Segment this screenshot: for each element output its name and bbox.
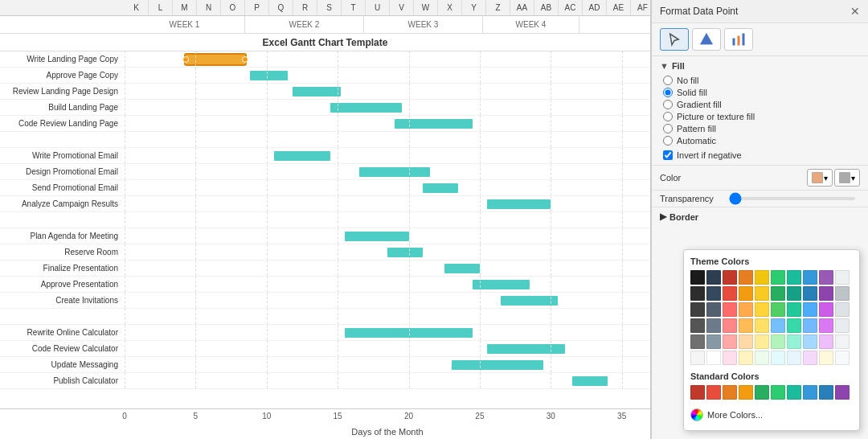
theme-color-cell[interactable] [739,334,753,349]
gantt-bar[interactable] [387,248,423,257]
theme-color-cell[interactable] [706,334,721,349]
theme-color-cell[interactable] [771,351,785,365]
invert-negative-checkbox[interactable] [663,150,673,160]
automatic-radio[interactable] [663,136,673,146]
color-picker-btn[interactable]: ▾ [807,169,833,187]
standard-color-cell[interactable] [803,385,817,400]
theme-color-cell[interactable] [771,302,785,317]
theme-color-cell[interactable] [819,318,833,333]
automatic-option[interactable]: Automatic [663,136,860,146]
gantt-bar[interactable] [473,280,530,289]
theme-color-cell[interactable] [755,318,769,333]
theme-color-cell[interactable] [835,270,850,285]
close-icon[interactable]: ✕ [850,5,860,18]
standard-color-cell[interactable] [690,385,705,400]
theme-color-cell[interactable] [706,286,721,301]
picture-fill-radio[interactable] [663,112,673,121]
theme-color-cell[interactable] [771,286,785,301]
invert-negative-option[interactable]: Invert if negative [663,150,860,160]
theme-color-cell[interactable] [787,334,801,349]
standard-color-cell[interactable] [755,385,769,400]
theme-color-cell[interactable] [787,318,801,333]
standard-color-cell[interactable] [723,385,737,400]
standard-color-cell[interactable] [787,385,801,400]
standard-color-cell[interactable] [819,385,833,400]
theme-color-cell[interactable] [819,286,833,301]
theme-color-cell[interactable] [787,351,801,365]
theme-color-cell[interactable] [690,286,705,301]
theme-color-cell[interactable] [787,302,801,317]
gantt-bar[interactable] [572,376,608,386]
theme-color-cell[interactable] [755,270,769,285]
theme-color-cell[interactable] [706,270,721,285]
theme-color-cell[interactable] [706,318,721,333]
color-secondary-btn[interactable]: ▾ [834,169,860,187]
gantt-bar[interactable] [359,167,430,177]
standard-color-cell[interactable] [706,385,721,400]
theme-color-cell[interactable] [755,302,769,317]
fill-section-title[interactable]: ▼ Fill [660,61,860,71]
gantt-bar[interactable] [395,119,473,129]
theme-color-cell[interactable] [706,351,721,365]
theme-color-cell[interactable] [819,302,833,317]
theme-color-cell[interactable] [723,302,737,317]
theme-color-cell[interactable] [803,318,817,333]
gantt-bar[interactable] [250,71,289,80]
picture-fill-option[interactable]: Picture or texture fill [663,112,860,121]
theme-color-cell[interactable] [723,270,737,285]
theme-color-cell[interactable] [690,270,705,285]
theme-color-cell[interactable] [771,318,785,333]
theme-color-cell[interactable] [739,302,753,317]
standard-color-cell[interactable] [739,385,753,400]
theme-color-cell[interactable] [803,302,817,317]
standard-color-cell[interactable] [835,385,850,400]
theme-color-cell[interactable] [755,334,769,349]
gantt-bar[interactable] [274,151,331,161]
tab-cursor[interactable] [660,28,689,51]
gantt-bar[interactable] [444,264,480,273]
theme-color-cell[interactable] [755,286,769,301]
tab-chart[interactable] [724,28,753,51]
gantt-bar[interactable] [293,87,341,96]
theme-color-cell[interactable] [771,270,785,285]
theme-color-cell[interactable] [706,302,721,317]
theme-color-cell[interactable] [803,286,817,301]
more-colors-button[interactable]: More Colors... [690,406,853,424]
tab-shape[interactable] [692,28,721,51]
solid-fill-radio[interactable] [663,88,673,97]
solid-fill-option[interactable]: Solid fill [663,88,860,97]
gantt-bar[interactable] [345,232,409,241]
gantt-bar[interactable] [487,344,565,354]
theme-color-cell[interactable] [690,318,705,333]
theme-color-cell[interactable] [739,318,753,333]
theme-color-cell[interactable] [755,351,769,365]
theme-color-cell[interactable] [723,318,737,333]
no-fill-option[interactable]: No fill [663,76,860,85]
standard-color-cell[interactable] [771,385,785,400]
theme-color-cell[interactable] [803,334,817,349]
gantt-bar[interactable] [501,296,558,306]
theme-color-cell[interactable] [723,334,737,349]
pattern-fill-option[interactable]: Pattern fill [663,124,860,133]
theme-color-cell[interactable] [739,286,753,301]
gantt-bar[interactable] [423,183,458,193]
theme-color-cell[interactable] [771,334,785,349]
gantt-bar[interactable] [487,199,551,209]
no-fill-radio[interactable] [663,76,673,85]
theme-color-cell[interactable] [690,302,705,317]
gradient-fill-radio[interactable] [663,100,673,109]
theme-color-cell[interactable] [835,318,850,333]
theme-color-cell[interactable] [787,286,801,301]
theme-color-cell[interactable] [723,286,737,301]
theme-color-cell[interactable] [835,302,850,317]
theme-color-cell[interactable] [739,351,753,365]
border-section-title[interactable]: ▶ Border [660,211,860,222]
theme-color-cell[interactable] [835,286,850,301]
theme-color-cell[interactable] [835,351,850,365]
theme-color-cell[interactable] [819,351,833,365]
gantt-bar[interactable] [330,103,401,113]
theme-color-cell[interactable] [739,270,753,285]
gantt-bar[interactable] [186,55,245,64]
theme-color-cell[interactable] [803,351,817,365]
theme-color-cell[interactable] [835,334,850,349]
